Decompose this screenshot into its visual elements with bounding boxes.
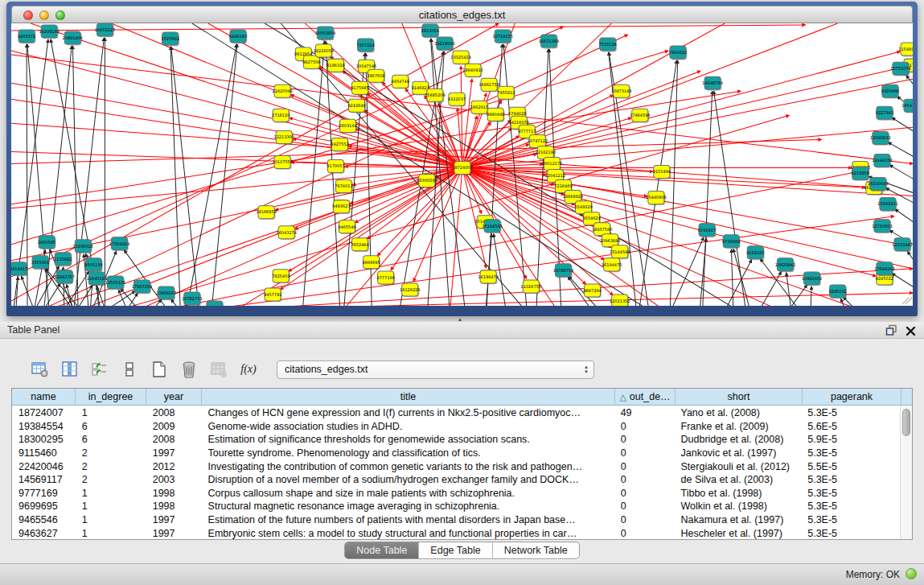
table-row[interactable]: 2242004622012Investigating the contribut… (12, 459, 900, 473)
graph-node[interactable]: 16043274 (276, 226, 296, 240)
graph-node[interactable]: 9322037 (448, 93, 466, 106)
column-header-short[interactable]: short (676, 389, 803, 405)
graph-node[interactable]: 15144549 (610, 245, 630, 259)
column-header-pagerank[interactable]: pagerank (803, 389, 901, 405)
graph-node[interactable]: 16053809 (315, 27, 335, 40)
graph-node[interactable]: 6791917 (698, 224, 716, 237)
graph-node[interactable]: 8486160 (229, 30, 247, 43)
graph-node[interactable]: 12942757 (55, 270, 75, 284)
graph-node[interactable]: 9155494 (653, 166, 671, 179)
graph-node[interactable]: 12923448 (204, 301, 224, 306)
select-columns-button[interactable] (90, 360, 109, 379)
graph-node[interactable]: 15885209 (425, 89, 445, 102)
tab-node-table[interactable]: Node Table (345, 542, 419, 558)
graph-node[interactable]: 9175685 (351, 81, 368, 95)
graph-node[interactable]: 12444158 (872, 154, 892, 167)
table-row[interactable]: 911546021997Tourette syndrome. Phenomeno… (12, 447, 900, 460)
scrollbar-thumb[interactable] (902, 409, 910, 436)
graph-node[interactable]: 9990448 (487, 108, 504, 122)
graph-node[interactable]: 16210643 (868, 178, 888, 192)
network-canvas[interactable]: 1872400789129549827508182260588186328100… (11, 23, 913, 306)
table-row[interactable]: 1456911722003Disruption of a novel membe… (12, 473, 900, 487)
graph-node[interactable]: 7515526 (599, 38, 617, 51)
row-height-button[interactable] (120, 360, 139, 379)
graph-node[interactable]: 10958167 (156, 286, 176, 300)
graph-node[interactable]: 16671388 (539, 35, 559, 48)
graph-node[interactable]: 8454749 (392, 75, 409, 89)
graph-node[interactable]: 7674013 (335, 180, 352, 194)
graph-node[interactable]: 16961758 (478, 78, 499, 92)
graph-node[interactable]: 10719155 (492, 30, 512, 43)
zoom-window-button[interactable] (55, 10, 65, 20)
graph-node[interactable]: 19218506 (434, 37, 454, 51)
graph-node[interactable]: 16208189 (39, 25, 59, 39)
graph-node[interactable]: 1115682 (54, 253, 72, 266)
graph-node[interactable]: 20206526 (73, 240, 93, 253)
table-row[interactable]: 977716911998Corpus callosum shape and si… (12, 487, 900, 501)
graph-hub-node[interactable]: 18724007 (452, 161, 472, 175)
table-row[interactable]: 946554611997Estimation of the future num… (12, 513, 900, 527)
graph-node[interactable]: 13325419 (450, 51, 470, 64)
graph-node[interactable]: 11548958 (898, 43, 913, 56)
graph-node[interactable]: 17644268 (874, 262, 894, 276)
function-builder-button[interactable]: f(x) (239, 360, 258, 379)
show-columns-button[interactable] (60, 360, 80, 379)
graph-node[interactable]: 12021352 (610, 295, 630, 306)
graph-node[interactable]: 2660585 (38, 236, 55, 249)
graph-node[interactable]: 19166859 (256, 206, 276, 220)
graph-node[interactable]: 9699695 (362, 256, 380, 270)
graph-node[interactable]: 18640910 (462, 64, 483, 77)
close-window-button[interactable] (23, 10, 33, 20)
graph-node[interactable]: 10107550 (272, 155, 292, 169)
graph-node[interactable]: 18226058 (314, 44, 334, 58)
graph-node[interactable]: 2718120 (272, 109, 290, 122)
graph-node[interactable]: 7955812 (497, 86, 515, 100)
column-header-name[interactable]: name (12, 389, 76, 405)
table-row[interactable]: 1830029562008Estimation of significance … (12, 433, 900, 447)
graph-node[interactable]: 9463627 (332, 200, 350, 214)
graph-node[interactable]: 7963822 (669, 46, 687, 60)
graph-node[interactable]: 12710953 (872, 220, 892, 233)
graph-node[interactable]: 16788759 (553, 264, 573, 278)
graph-node[interactable]: 2867608 (367, 69, 384, 83)
graph-node[interactable]: 17359924 (109, 237, 129, 251)
graph-node[interactable]: 9733988 (722, 235, 740, 249)
graph-node[interactable]: 2405572 (18, 30, 35, 43)
minimize-window-button[interactable] (39, 10, 49, 20)
vertical-scrollbar[interactable] (900, 406, 912, 539)
graph-node[interactable]: 7825403 (272, 270, 290, 283)
graph-node[interactable]: 9319417 (11, 262, 27, 276)
graph-node[interactable]: 9245032 (829, 285, 847, 299)
new-column-button[interactable] (150, 360, 169, 379)
graph-node[interactable]: 15184545 (482, 220, 502, 233)
graph-node[interactable]: 1527602 (162, 32, 179, 46)
graph-node[interactable]: 15751074 (890, 62, 910, 76)
graph-node[interactable]: 8186328 (326, 59, 344, 72)
resize-grip-icon[interactable] (902, 298, 912, 304)
graph-node[interactable]: 10973143 (611, 84, 631, 98)
window-titlebar[interactable]: citations_edges.txt (11, 6, 913, 23)
graph-node[interactable]: 22420046 (272, 84, 292, 98)
column-header-year[interactable]: year (146, 389, 202, 405)
graph-node[interactable]: 8813054 (421, 24, 439, 38)
graph-node[interactable]: 9457791 (264, 288, 281, 302)
graph-node[interactable]: 15692931 (877, 198, 897, 212)
table-row[interactable]: 1938455462009Genome-wide association stu… (12, 420, 900, 434)
graph-node[interactable]: 17484598 (630, 109, 650, 122)
graph-node[interactable]: 3315061 (31, 256, 49, 270)
table-options-button[interactable] (31, 360, 50, 379)
column-header-out_de[interactable]: △out_de… (615, 389, 676, 405)
graph-node[interactable]: 10925842 (775, 258, 795, 272)
delete-columns-button[interactable] (179, 360, 199, 379)
close-panel-icon[interactable] (906, 325, 916, 340)
graph-node[interactable]: 9777169 (377, 271, 395, 285)
graph-node[interactable]: 9227343 (876, 106, 893, 120)
graph-node[interactable]: 10992402 (802, 272, 822, 286)
graph-node[interactable]: 7357224 (356, 39, 374, 52)
graph-node[interactable]: 9465546 (338, 220, 355, 234)
graph-node[interactable]: 16782753 (182, 292, 202, 306)
graph-node[interactable]: 9242848 (347, 99, 365, 113)
graph-node[interactable]: 2803144 (339, 119, 356, 133)
graph-node[interactable]: 12103441 (892, 238, 912, 252)
graph-node[interactable]: 15440908 (646, 192, 666, 205)
